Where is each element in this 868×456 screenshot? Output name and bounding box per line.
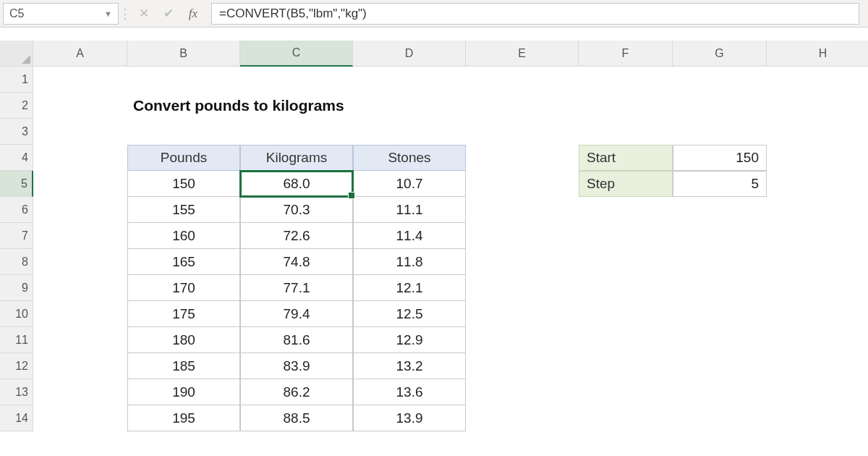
cell-D6[interactable]: 11.1 [353, 197, 466, 223]
cell-E8[interactable] [466, 249, 579, 275]
cell-B7[interactable]: 160 [127, 223, 240, 249]
cell-B8[interactable]: 165 [127, 249, 240, 275]
row-header-6[interactable]: 6 [0, 197, 33, 223]
cell-H6[interactable] [767, 197, 868, 223]
cell-H10[interactable] [767, 301, 868, 327]
cell-E1[interactable] [466, 67, 579, 93]
cancel-icon[interactable]: ✕ [132, 3, 156, 25]
row-header-3[interactable]: 3 [0, 119, 33, 145]
select-all-corner[interactable] [0, 41, 33, 67]
cell-F12[interactable] [579, 353, 673, 379]
cell-G6[interactable] [673, 197, 767, 223]
row-header-9[interactable]: 9 [0, 275, 33, 301]
cell-G9[interactable] [673, 275, 767, 301]
cell-G7[interactable] [673, 223, 767, 249]
cell-G10[interactable] [673, 301, 767, 327]
cell-H9[interactable] [767, 275, 868, 301]
cell-H3[interactable] [767, 119, 868, 145]
cell-A8[interactable] [33, 249, 127, 275]
cell-H8[interactable] [767, 249, 868, 275]
cell-F2[interactable] [579, 93, 673, 119]
cell-H14[interactable] [767, 405, 868, 431]
cell-H4[interactable] [767, 145, 868, 171]
cell-H2[interactable] [767, 93, 868, 119]
cell-E14[interactable] [466, 405, 579, 431]
row-header-12[interactable]: 12 [0, 353, 33, 379]
cell-E3[interactable] [466, 119, 579, 145]
cell-F7[interactable] [579, 223, 673, 249]
cell-G2[interactable] [673, 93, 767, 119]
name-box-dropdown-icon[interactable]: ▼ [104, 9, 112, 18]
cell-F3[interactable] [579, 119, 673, 145]
cell-G12[interactable] [673, 353, 767, 379]
cell-A6[interactable] [33, 197, 127, 223]
col-header-A[interactable]: A [33, 41, 127, 67]
row-header-13[interactable]: 13 [0, 379, 33, 405]
cell-D12[interactable]: 13.2 [353, 353, 466, 379]
cell-H7[interactable] [767, 223, 868, 249]
col-header-G[interactable]: G [673, 41, 767, 67]
col-header-D[interactable]: D [353, 41, 466, 67]
cell-H1[interactable] [767, 67, 868, 93]
cell-G11[interactable] [673, 327, 767, 353]
cell-D11[interactable]: 12.9 [353, 327, 466, 353]
cell-C9[interactable]: 77.1 [240, 275, 353, 301]
cell-A14[interactable] [33, 405, 127, 431]
cell-G13[interactable] [673, 379, 767, 405]
row-header-8[interactable]: 8 [0, 249, 33, 275]
cell-F9[interactable] [579, 275, 673, 301]
cell-A2[interactable] [33, 93, 127, 119]
cell-C13[interactable]: 86.2 [240, 379, 353, 405]
row-header-1[interactable]: 1 [0, 67, 33, 93]
cell-A5[interactable] [33, 171, 127, 197]
sheet-title[interactable]: Convert pounds to kilograms [127, 93, 579, 119]
cell-B10[interactable]: 175 [127, 301, 240, 327]
cell-G8[interactable] [673, 249, 767, 275]
cell-A3[interactable] [33, 119, 127, 145]
col-header-B[interactable]: B [127, 41, 240, 67]
cell-E12[interactable] [466, 353, 579, 379]
col-header-F[interactable]: F [579, 41, 673, 67]
cell-E5[interactable] [466, 171, 579, 197]
cell-E13[interactable] [466, 379, 579, 405]
row-header-14[interactable]: 14 [0, 405, 33, 431]
cell-F10[interactable] [579, 301, 673, 327]
cell-F13[interactable] [579, 379, 673, 405]
cell-B14[interactable]: 195 [127, 405, 240, 431]
step-value[interactable]: 5 [673, 171, 767, 197]
cell-B3[interactable] [127, 119, 240, 145]
cell-C10[interactable]: 79.4 [240, 301, 353, 327]
cell-C5[interactable]: 68.0 [240, 171, 353, 197]
cell-F11[interactable] [579, 327, 673, 353]
row-header-4[interactable]: 4 [0, 145, 33, 171]
fx-icon[interactable]: fx [181, 3, 205, 25]
row-header-5[interactable]: 5 [0, 171, 33, 197]
cell-F14[interactable] [579, 405, 673, 431]
cell-A7[interactable] [33, 223, 127, 249]
cell-D13[interactable]: 13.6 [353, 379, 466, 405]
cell-B5[interactable]: 150 [127, 171, 240, 197]
cell-C11[interactable]: 81.6 [240, 327, 353, 353]
cell-E10[interactable] [466, 301, 579, 327]
cell-B6[interactable]: 155 [127, 197, 240, 223]
cell-E11[interactable] [466, 327, 579, 353]
cell-A1[interactable] [33, 67, 127, 93]
cell-D7[interactable]: 11.4 [353, 223, 466, 249]
cell-B9[interactable]: 170 [127, 275, 240, 301]
col-header-H[interactable]: H [767, 41, 868, 67]
cell-B1[interactable] [127, 67, 240, 93]
row-header-7[interactable]: 7 [0, 223, 33, 249]
cell-D5[interactable]: 10.7 [353, 171, 466, 197]
header-stones[interactable]: Stones [353, 145, 466, 171]
cell-C8[interactable]: 74.8 [240, 249, 353, 275]
cell-A10[interactable] [33, 301, 127, 327]
cell-C12[interactable]: 83.9 [240, 353, 353, 379]
cell-D9[interactable]: 12.1 [353, 275, 466, 301]
start-value[interactable]: 150 [673, 145, 767, 171]
row-header-10[interactable]: 10 [0, 301, 33, 327]
cell-A9[interactable] [33, 275, 127, 301]
cell-A4[interactable] [33, 145, 127, 171]
cell-H13[interactable] [767, 379, 868, 405]
cell-C3[interactable] [240, 119, 353, 145]
cell-B12[interactable]: 185 [127, 353, 240, 379]
